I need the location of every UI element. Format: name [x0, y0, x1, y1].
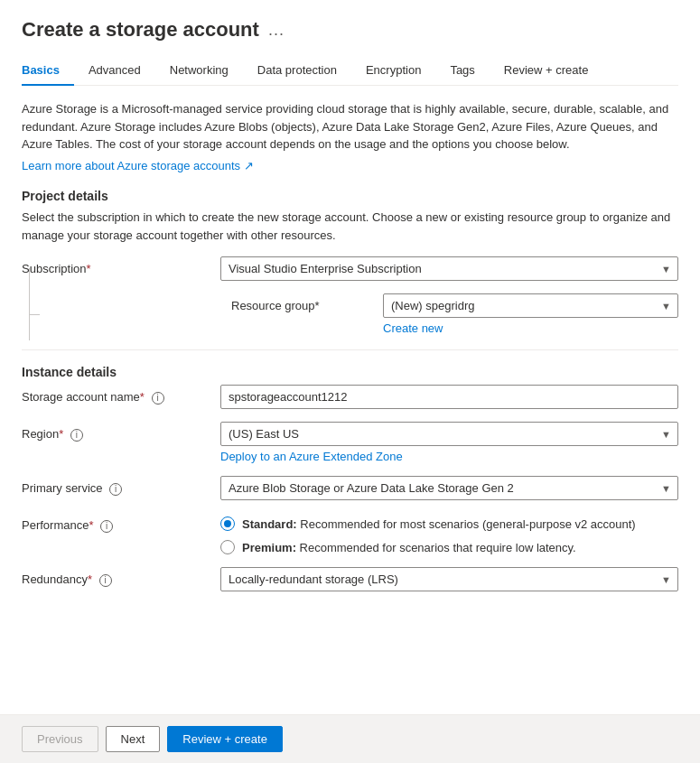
previous-button[interactable]: Previous — [22, 726, 98, 752]
resource-group-section: Resource group* (New) spegridrg ▼ Create… — [22, 293, 678, 335]
primary-service-label: Primary service i — [22, 476, 220, 496]
tab-tags[interactable]: Tags — [435, 56, 489, 86]
region-label: Region* i — [22, 422, 220, 442]
page-title: Create a storage account — [22, 18, 259, 42]
redundancy-control: Locally-redundant storage (LRS) ▼ — [220, 567, 678, 591]
resource-group-label: Resource group* — [220, 293, 383, 312]
performance-premium-radio[interactable] — [220, 540, 235, 554]
performance-radio-group: Standard: Recommended for most scenarios… — [220, 513, 678, 554]
primary-service-row: Primary service i Azure Blob Storage or … — [22, 476, 678, 500]
ellipsis-button[interactable]: ... — [268, 21, 285, 40]
subscription-label: Subscription* — [22, 256, 220, 275]
footer: Previous Next Review + create — [0, 714, 700, 763]
learn-more-link[interactable]: Learn more about Azure storage accounts … — [22, 157, 254, 175]
project-details-header: Project details — [22, 189, 678, 203]
performance-row: Performance* i Standard: Recommended for… — [22, 513, 678, 554]
primary-service-select-wrapper: Azure Blob Storage or Azure Data Lake St… — [220, 476, 678, 500]
storage-account-name-row: Storage account name* i — [22, 385, 678, 409]
storage-account-name-input[interactable] — [220, 385, 678, 409]
storage-account-name-label: Storage account name* i — [22, 385, 220, 405]
next-button[interactable]: Next — [106, 726, 161, 752]
resource-group-select[interactable]: (New) spegridrg — [383, 293, 678, 318]
redundancy-select-wrapper: Locally-redundant storage (LRS) ▼ — [220, 567, 678, 591]
primary-service-select[interactable]: Azure Blob Storage or Azure Data Lake St… — [220, 476, 678, 500]
page-container: Create a storage account ... Basics Adva… — [0, 0, 700, 763]
project-details-desc: Select the subscription in which to crea… — [22, 209, 678, 244]
create-new-link[interactable]: Create new — [383, 321, 443, 335]
review-create-button[interactable]: Review + create — [167, 726, 283, 752]
main-content: Create a storage account ... Basics Adva… — [0, 0, 700, 714]
subscription-control: Visual Studio Enterprise Subscription ▼ — [220, 256, 678, 281]
redundancy-label: Redundancy* i — [22, 567, 220, 587]
performance-standard-radio[interactable] — [220, 516, 235, 531]
region-row: Region* i (US) East US ▼ Deploy to an Az… — [22, 422, 678, 463]
region-control: (US) East US ▼ Deploy to an Azure Extend… — [220, 422, 678, 463]
storage-account-name-info-icon[interactable]: i — [152, 392, 164, 405]
instance-details-header: Instance details — [22, 365, 678, 379]
primary-service-control: Azure Blob Storage or Azure Data Lake St… — [220, 476, 678, 500]
resource-group-select-wrapper: (New) spegridrg ▼ — [383, 293, 678, 318]
redundancy-info-icon[interactable]: i — [99, 574, 112, 587]
tab-data-protection[interactable]: Data protection — [243, 56, 351, 86]
external-link-icon: ↗ — [244, 159, 254, 172]
indent-vertical-line — [29, 268, 30, 340]
resource-group-control: (New) spegridrg ▼ Create new — [383, 293, 678, 335]
subscription-row: Subscription* Visual Studio Enterprise S… — [22, 256, 678, 281]
performance-label: Performance* i — [22, 513, 220, 533]
redundancy-row: Redundancy* i Locally-redundant storage … — [22, 567, 678, 591]
page-title-row: Create a storage account ... — [22, 18, 678, 42]
tab-review-create[interactable]: Review + create — [490, 56, 603, 86]
section-divider — [22, 349, 678, 350]
performance-control: Standard: Recommended for most scenarios… — [220, 513, 678, 554]
region-info-icon[interactable]: i — [70, 429, 83, 442]
region-select[interactable]: (US) East US — [220, 422, 678, 446]
description-text: Azure Storage is a Microsoft-managed ser… — [22, 102, 668, 151]
storage-account-name-control — [220, 385, 678, 409]
tab-basics[interactable]: Basics — [22, 56, 74, 86]
region-select-wrapper: (US) East US ▼ — [220, 422, 678, 446]
subscription-select[interactable]: Visual Studio Enterprise Subscription — [220, 256, 678, 281]
performance-standard-option[interactable]: Standard: Recommended for most scenarios… — [220, 516, 678, 531]
description-block: Azure Storage is a Microsoft-managed ser… — [22, 100, 678, 174]
tab-encryption[interactable]: Encryption — [351, 56, 435, 86]
primary-service-info-icon[interactable]: i — [109, 483, 122, 496]
tab-networking[interactable]: Networking — [155, 56, 243, 86]
performance-info-icon[interactable]: i — [100, 520, 113, 533]
indent-horizontal-line — [29, 314, 40, 315]
tab-advanced[interactable]: Advanced — [74, 56, 155, 86]
subscription-select-wrapper: Visual Studio Enterprise Subscription ▼ — [220, 256, 678, 281]
azure-extended-zone-link[interactable]: Deploy to an Azure Extended Zone — [220, 450, 403, 463]
redundancy-select[interactable]: Locally-redundant storage (LRS) — [220, 567, 678, 591]
tabs-row: Basics Advanced Networking Data protecti… — [22, 56, 678, 86]
performance-premium-option[interactable]: Premium: Recommended for scenarios that … — [220, 540, 678, 554]
